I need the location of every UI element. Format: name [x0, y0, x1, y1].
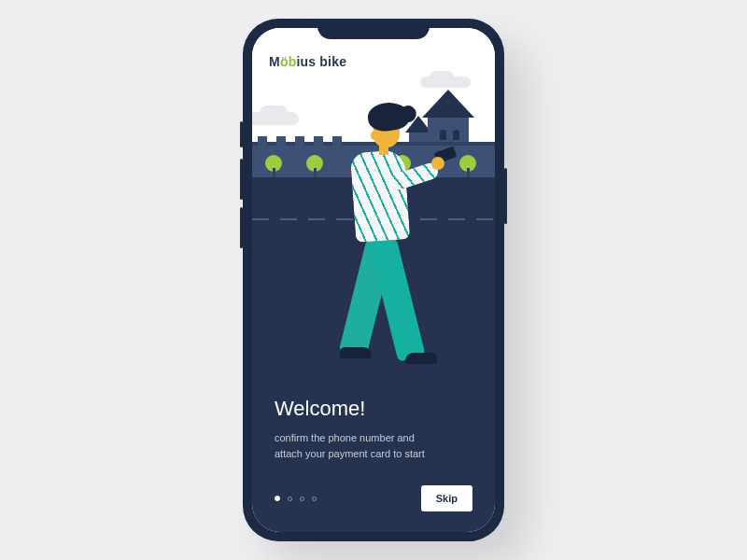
device-side-button — [240, 121, 243, 147]
logo-accent-icon: öb — [280, 54, 297, 69]
logo-text: ius bike — [296, 54, 346, 69]
device-side-button — [240, 207, 243, 248]
device-side-button — [504, 168, 507, 224]
person-illustration — [317, 103, 448, 373]
device-notch — [317, 19, 430, 39]
device-side-button — [240, 159, 243, 200]
page-indicator[interactable] — [275, 496, 317, 501]
skip-button[interactable]: Skip — [421, 485, 472, 511]
page-dot-active[interactable] — [275, 496, 280, 501]
page-dot[interactable] — [312, 497, 317, 501]
cloud-icon — [252, 112, 299, 125]
screen: Möbius bike — [252, 28, 495, 532]
page-dot[interactable] — [300, 497, 304, 501]
onboarding-footer: Skip — [275, 485, 472, 511]
onboarding-subtitle: confirm the phone number and attach your… — [275, 430, 443, 461]
tree-icon — [459, 155, 476, 179]
onboarding-title: Welcome! — [275, 397, 472, 421]
tree-icon — [265, 155, 282, 179]
logo-text: M — [269, 54, 280, 69]
app-logo: Möbius bike — [269, 54, 346, 69]
onboarding-content: Welcome! confirm the phone number and at… — [252, 397, 495, 532]
cloud-icon — [420, 77, 471, 88]
device-frame: Möbius bike — [243, 19, 504, 541]
page-dot[interactable] — [288, 497, 292, 501]
